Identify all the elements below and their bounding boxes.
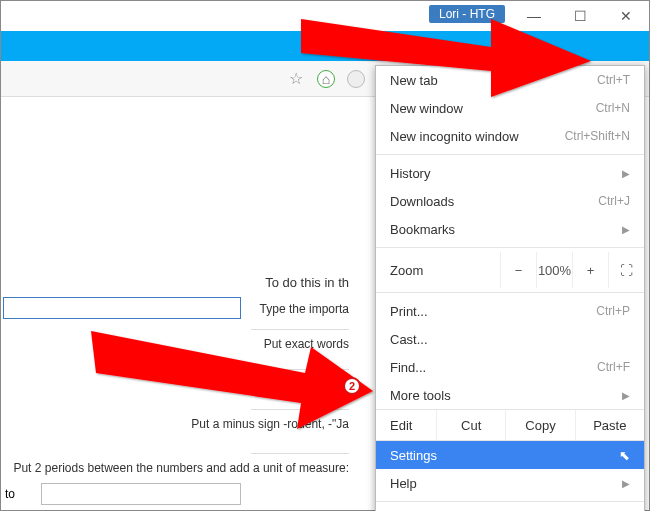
svg-marker-1 — [91, 331, 373, 429]
window-root: Lori - HTG — ☐ ✕ ☆ ⌂ 1 To do this in th … — [0, 0, 650, 511]
callout-badge-2: 2 — [343, 377, 361, 395]
svg-marker-0 — [301, 19, 591, 97]
annotation-arrows — [1, 1, 650, 511]
